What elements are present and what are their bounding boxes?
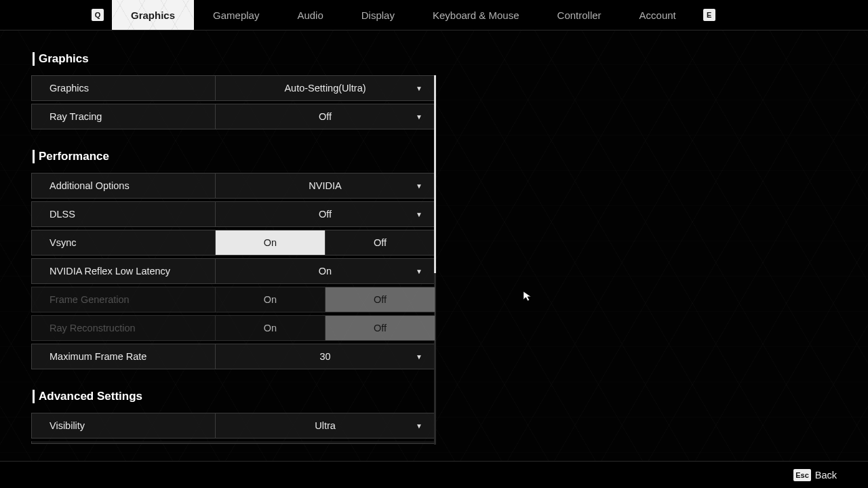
- tab-gameplay[interactable]: Gameplay: [194, 0, 278, 30]
- tab-display[interactable]: Display: [342, 0, 414, 30]
- label-reflex: NVIDIA Reflex Low Latency: [32, 259, 215, 283]
- row-additional-options: Additional Options NVIDIA ▼: [31, 173, 435, 199]
- label-ray-tracing: Ray Tracing: [32, 104, 215, 129]
- tab-keyboard-mouse[interactable]: Keyboard & Mouse: [414, 0, 538, 30]
- row-frame-generation: Frame Generation On Off: [31, 287, 435, 312]
- label-visibility: Visibility: [32, 413, 215, 438]
- row-maximum-frame-rate: Maximum Frame Rate 30 ▼: [31, 344, 435, 369]
- dropdown-reflex[interactable]: On ▼: [215, 259, 435, 283]
- row-graphics: Graphics Auto-Setting(Ultra) ▼: [31, 75, 435, 101]
- toggle-vsync-on[interactable]: On: [216, 230, 325, 255]
- chevron-down-icon: ▼: [416, 422, 422, 430]
- row-ray-reconstruction: Ray Reconstruction On Off: [31, 315, 435, 341]
- label-maximum-frame-rate: Maximum Frame Rate: [32, 344, 215, 369]
- dropdown-additional-options[interactable]: NVIDIA ▼: [215, 174, 435, 198]
- toggle-vsync-off[interactable]: Off: [325, 230, 435, 255]
- chevron-down-icon: ▼: [416, 353, 422, 361]
- dropdown-dlss[interactable]: Off ▼: [215, 202, 435, 226]
- chevron-down-icon: ▼: [416, 85, 422, 92]
- toggle-rayrecon-on: On: [216, 316, 325, 340]
- label-dlss: DLSS: [32, 202, 215, 226]
- toggle-frame-generation: On Off: [215, 287, 435, 312]
- label-ray-reconstruction: Ray Reconstruction: [32, 316, 215, 340]
- row-visibility: Visibility Ultra ▼: [31, 413, 435, 439]
- top-nav: Q Graphics Gameplay Audio Display Keyboa…: [0, 0, 868, 30]
- label-vsync: Vsync: [32, 230, 215, 255]
- tab-controller[interactable]: Controller: [538, 0, 620, 30]
- chevron-down-icon: ▼: [416, 268, 422, 275]
- section-title-performance: Performance: [33, 150, 435, 163]
- chevron-down-icon: ▼: [416, 182, 422, 190]
- label-graphics: Graphics: [32, 76, 215, 100]
- chevron-down-icon: ▼: [416, 113, 422, 121]
- tab-account[interactable]: Account: [620, 0, 695, 30]
- dropdown-visibility[interactable]: Ultra ▼: [215, 413, 435, 438]
- row-cutoff: [31, 441, 435, 444]
- back-label[interactable]: Back: [815, 470, 837, 481]
- settings-panel: Graphics Graphics Auto-Setting(Ultra) ▼ …: [0, 30, 435, 461]
- prev-tab-key: Q: [92, 9, 104, 21]
- section-title-advanced: Advanced Settings: [33, 390, 435, 403]
- tab-audio[interactable]: Audio: [278, 0, 342, 30]
- footer: Esc Back: [0, 461, 868, 488]
- toggle-ray-reconstruction: On Off: [215, 316, 435, 340]
- row-dlss: DLSS Off ▼: [31, 201, 435, 227]
- toggle-vsync: On Off: [215, 230, 435, 255]
- label-additional-options: Additional Options: [32, 174, 215, 198]
- dropdown-maximum-frame-rate[interactable]: 30 ▼: [215, 344, 435, 369]
- dropdown-ray-tracing[interactable]: Off ▼: [215, 104, 435, 129]
- row-vsync: Vsync On Off: [31, 230, 435, 256]
- dropdown-graphics[interactable]: Auto-Setting(Ultra) ▼: [215, 76, 435, 100]
- toggle-framegen-on: On: [216, 287, 325, 312]
- next-tab-key: E: [703, 9, 715, 21]
- tab-graphics[interactable]: Graphics: [112, 0, 194, 30]
- chevron-down-icon: ▼: [416, 211, 422, 218]
- toggle-framegen-off: Off: [325, 287, 435, 312]
- row-reflex: NVIDIA Reflex Low Latency On ▼: [31, 258, 435, 284]
- label-frame-generation: Frame Generation: [32, 287, 215, 312]
- back-key: Esc: [793, 469, 811, 481]
- row-ray-tracing: Ray Tracing Off ▼: [31, 104, 435, 129]
- section-title-graphics: Graphics: [33, 52, 435, 66]
- toggle-rayrecon-off: Off: [325, 316, 435, 340]
